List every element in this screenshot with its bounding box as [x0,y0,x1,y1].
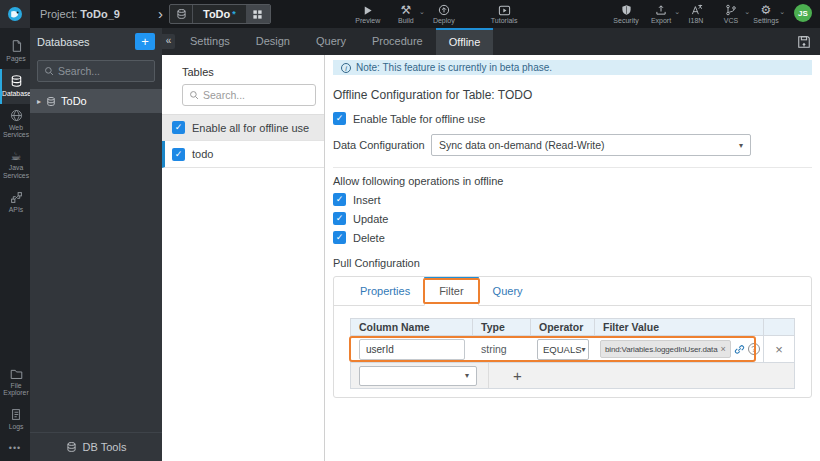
editor-tab-strip: « Settings Design Query Procedure Offlin… [162,28,820,55]
tables-panel: Tables ✓ Enable all for offline use ✓ to… [162,55,325,461]
db-tools-button[interactable]: DB Tools [30,432,162,461]
collapse-panel-icon[interactable]: « [162,34,175,49]
pull-tab-filter[interactable]: Filter [424,277,478,306]
service-name: ToDo [203,8,230,20]
database-tree-item-todo[interactable]: ▸ ToDo [30,89,162,113]
header-type: Type [473,319,531,335]
table-row-todo[interactable]: ✓ todo [162,141,324,168]
build-tools-icon: ⚒ [400,4,411,16]
databases-panel-title: Databases [37,36,90,48]
wavemaker-studio: Project: ToDo_9 › ToDo * [0,0,820,461]
save-export-icon[interactable] [797,35,811,49]
export-button[interactable]: ⌄ Export [648,4,674,24]
deploy-button[interactable]: Deploy [431,4,457,24]
beta-note: i Note: This feature is currently in bet… [333,60,812,75]
search-icon [44,66,54,76]
data-configuration-label: Data Configuration [333,139,431,151]
new-column-select[interactable]: ▾ [359,366,477,386]
checkbox-checked[interactable]: ✓ [172,121,185,134]
checkbox-checked[interactable]: ✓ [172,148,185,161]
tables-search-input[interactable] [203,89,309,101]
vcs-button[interactable]: ⌄ VCS [718,4,744,24]
pull-tab-properties[interactable]: Properties [346,277,424,305]
delete-row-icon[interactable]: × [775,342,783,357]
tutorials-button[interactable]: Tutorials [491,4,518,24]
offline-config-content: i Note: This feature is currently in bet… [325,55,820,461]
operations-list: ✓ Insert ✓ Update ✓ Delete [333,193,812,244]
header-filter-value: Filter Value [595,319,763,335]
globe-icon [10,109,23,122]
type-cell: string [473,343,531,355]
info-icon: i [341,63,351,73]
wavemaker-logo-icon [7,6,23,22]
databases-search-input[interactable] [58,65,148,77]
operation-update-label: Update [353,213,388,225]
clear-binding-icon[interactable]: × [720,344,725,354]
open-service-tab[interactable]: ToDo * [169,4,271,24]
checkbox-checked[interactable]: ✓ [333,112,346,125]
sidebar-item-logs[interactable]: Logs [0,403,30,437]
bind-link-icon[interactable] [734,344,745,355]
more-icon[interactable]: ••• [0,437,30,461]
search-icon [189,90,199,100]
enable-all-offline-row[interactable]: ✓ Enable all for offline use [162,114,324,141]
tab-settings[interactable]: Settings [177,28,243,55]
caret-down-icon: ▾ [739,141,743,150]
settings-button[interactable]: ⚙ ⌄ Settings [753,4,779,24]
user-avatar[interactable]: JS [794,4,812,22]
databases-panel-header: Databases + [30,28,162,55]
tab-procedure[interactable]: Procedure [359,28,436,55]
expand-icon[interactable]: ▸ [37,97,41,106]
tab-offline[interactable]: Offline [436,28,494,55]
databases-search[interactable] [37,60,155,82]
wavemaker-logo[interactable] [0,0,30,28]
project-breadcrumb: Project: ToDo_9 [30,8,158,20]
caret-down-icon: ▾ [465,371,469,380]
topbar-actions-left: Preview ⚒ ⌄ Build Deploy Tutorials [355,4,518,24]
column-name-input[interactable] [359,339,465,360]
tab-design[interactable]: Design [243,28,303,55]
db-tools-icon [66,441,77,453]
add-filter-row-button[interactable]: + [513,368,522,383]
checkbox-checked[interactable]: ✓ [333,193,346,206]
sidebar-item-pages[interactable]: Pages [0,34,30,69]
build-button[interactable]: ⚒ ⌄ Build [393,4,419,24]
database-tree-label: ToDo [61,95,87,107]
enable-table-offline-row: ✓ Enable Table for offline use [333,112,812,125]
chevron-down-icon: ⌄ [419,8,425,16]
filter-table: Column Name Type Operator Filter Value [350,318,795,389]
header-operator: Operator [531,319,595,335]
sidebar-item-file-explorer[interactable]: File Explorer [0,363,30,404]
tables-search[interactable] [182,84,316,106]
unsaved-indicator: * [232,9,236,19]
chevron-down-icon: ⌄ [674,8,680,16]
translate-icon [690,4,703,16]
page-title: Offline Configuration for Table: TODO [333,88,812,102]
add-database-button[interactable]: + [135,33,155,50]
header-actions [763,319,794,335]
sidebar-item-databases[interactable]: Databases [0,69,30,104]
topbar: Project: ToDo_9 › ToDo * [0,0,820,28]
checkbox-checked[interactable]: ✓ [333,231,346,244]
topbar-actions-right: Security ⌄ Export I18N ⌄ VCS ⚙ ⌄ Setting… [613,4,812,24]
i18n-button[interactable]: I18N [683,4,709,24]
tab-query[interactable]: Query [303,28,359,55]
pull-configuration-heading: Pull Configuration [333,257,812,269]
beta-note-text: Note: This feature is currently in beta … [356,62,552,73]
sidebar-item-apis[interactable]: APIs [0,186,30,220]
preview-button[interactable]: Preview [355,4,381,24]
play-icon [362,5,373,16]
chevron-down-icon: ⌄ [744,8,750,16]
grid-view-icon[interactable] [246,5,270,23]
pull-config-tabs: Properties Filter Query [334,277,811,306]
bind-expression-chip[interactable]: bind:Variables.loggedInUser.data × [600,340,731,358]
operator-select[interactable]: EQUALS ▾ [537,339,589,360]
data-configuration-select[interactable]: Sync data on-demand (Read-Write) ▾ [431,134,751,156]
help-icon[interactable]: ? [748,343,760,355]
checkbox-checked[interactable]: ✓ [333,212,346,225]
sidebar-item-java-services[interactable]: ☕ Java Services [0,145,30,186]
database-icon [10,74,23,88]
security-button[interactable]: Security [613,4,639,24]
pull-tab-query[interactable]: Query [479,277,537,305]
sidebar-item-web-services[interactable]: Web Services [0,104,30,146]
